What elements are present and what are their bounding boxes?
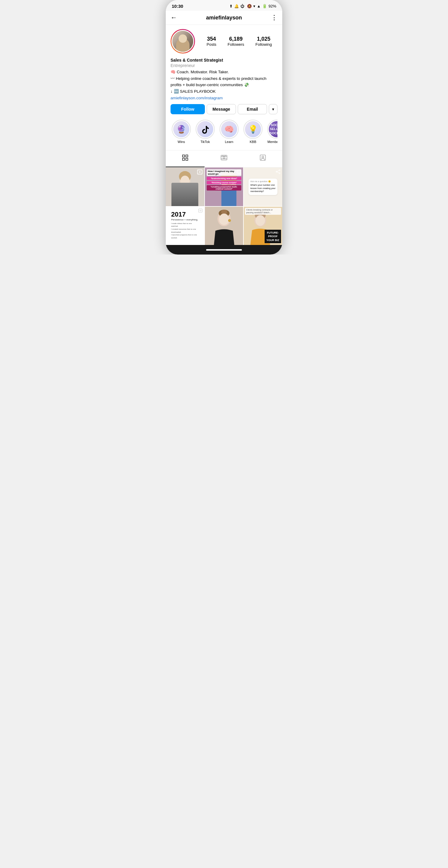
post4-content: 2017 Persistence = everything. I made vi… [168,209,202,243]
post-1[interactable] [166,167,204,206]
more-options-button[interactable]: ⋮ [271,14,277,22]
dropdown-button[interactable]: ▾ [269,104,277,114]
highlight-tiktok[interactable]: TikTok [196,120,215,144]
avatar [171,30,194,53]
bottom-bar [166,245,282,254]
tagged-icon [259,154,267,163]
tab-tagged[interactable] [243,150,282,167]
highlight-circle-membership: SOCIALSELLINGSOCIETY [267,120,277,139]
svg-rect-2 [182,158,184,160]
highlight-label-wins: Wins [178,140,185,144]
stat-followers[interactable]: 6,189 Followers [228,36,244,46]
avatar-image [172,31,193,52]
following-label: Following [255,42,272,46]
stat-following[interactable]: 1,025 Following [255,36,272,46]
bio-line2: 〰 Helping online coaches & experts to pr… [171,76,277,88]
svg-point-41 [219,214,229,225]
bio-link[interactable]: amiefinlayson.com/instagram [171,96,223,100]
post-3[interactable]: Ask me a question 😊 What's your number o… [244,167,282,206]
phone-frame: 10:30 ⬆ 🔔 ⏻ 🔕 ▾ ▲ 🔋 92% ← amiefinlayson … [166,0,282,254]
svg-rect-3 [186,158,188,160]
bio-category: Entrepreneur [171,63,277,68]
svg-point-18 [180,176,189,186]
highlight-wins[interactable]: 🔮 Wins [172,120,191,144]
action-buttons: Follow Message Email ▾ [171,104,277,114]
highlight-circle-kbb: 💡 [243,120,263,139]
stats-row: 354 Posts 6,189 Followers 1,025 Followin… [201,36,277,46]
highlight-label-learn: Learn [225,140,233,144]
svg-point-12 [262,156,264,158]
post2-tag1: *brainstorming new ideas* [207,177,242,180]
post-5[interactable] [205,207,243,245]
post3-bg: Ask me a question 😊 What's your number o… [246,170,280,204]
profile-username: amiefinlayson [206,14,242,21]
post4-lines: I made videos that no one watched. I cre… [171,222,199,240]
svg-rect-1 [186,155,188,157]
post4-subtitle: Persistence = everything. [171,218,199,221]
grid-icon [181,154,189,163]
highlight-icon-learn: 🧠 [221,121,237,137]
post3-share-icon [276,169,280,175]
highlight-icon-membership: SOCIALSELLINGSOCIETY [269,121,277,137]
post3-card: Ask me a question 😊 What's your number o… [248,179,277,195]
svg-rect-28 [237,170,241,174]
svg-rect-34 [199,209,202,212]
signal-icon: ▲ [257,4,261,8]
bio-line1: 🧠 Coach. Motivator. Risk Taker. [171,69,277,75]
highlight-circle-wins: 🔮 [172,120,191,139]
svg-rect-16 [177,186,193,206]
video-reel-icon [197,169,203,176]
status-time: 10:30 [172,4,183,9]
posts-count: 354 [207,36,216,42]
profile-section: 354 Posts 6,189 Followers 1,025 Followin… [166,25,282,150]
followers-count: 6,189 [229,36,243,42]
highlight-circle-tiktok [196,120,215,139]
follow-button[interactable]: Follow [171,104,205,114]
highlight-kbb[interactable]: 💡 KBB [243,120,263,144]
posts-label: Posts [207,42,216,46]
post6-content: Clients breaking contracts or pausing se… [244,207,282,245]
post-2[interactable]: How I imagined my day would go: *brainst… [205,167,243,206]
upload-icon: ⬆ [229,4,233,8]
svg-point-35 [200,210,201,211]
email-button[interactable]: Email [238,104,267,114]
svg-point-21 [199,172,200,173]
post4-reel-icon [198,209,203,214]
profile-top: 354 Posts 6,189 Followers 1,025 Followin… [171,29,277,54]
post6-caption: Clients breaking contracts or pausing se… [245,208,281,215]
post3-answer: What's your number one lesson from creat… [250,184,276,193]
message-button[interactable]: Message [207,104,236,114]
post-6[interactable]: Clients breaking contracts or pausing se… [244,207,282,245]
post2-tag2: *finishing course scripts* [207,181,242,184]
tab-grid[interactable] [166,150,205,167]
highlights-row: 🔮 Wins TikTok 🧠 Learn [171,117,277,147]
post-4[interactable]: 2017 Persistence = everything. I made vi… [166,207,204,245]
battery-percent: 92% [269,4,276,8]
back-button[interactable]: ← [171,14,177,22]
mute-icon: 🔕 [247,4,252,8]
svg-point-46 [256,215,265,226]
post4-year: 2017 [171,211,199,218]
svg-point-42 [228,219,231,222]
tab-bar [166,150,282,167]
highlight-label-membership: Membersh… [268,140,277,144]
post5-image [205,207,243,245]
wifi-icon: ▾ [253,4,255,8]
svg-point-5 [223,157,225,158]
avatar-ring [171,29,195,54]
highlight-membership[interactable]: SOCIALSELLINGSOCIETY Membersh… [267,120,277,144]
bio-line3: ↓ 🆓 SALES PLAYBOOK [171,89,277,95]
post2-tag3: *creating purposeful multi-channel conte… [207,185,242,190]
post3-question-label: Ask me a question 😊 [250,180,276,183]
post6-label: FUTURE-PROOFYOUR BIZ [265,230,281,244]
highlight-icon-wins: 🔮 [173,121,189,137]
status-bar: 10:30 ⬆ 🔔 ⏻ 🔕 ▾ ▲ 🔋 92% [166,0,282,11]
reels-icon [220,154,228,163]
svg-rect-0 [182,155,184,157]
highlight-learn[interactable]: 🧠 Learn [219,120,239,144]
svg-line-32 [277,170,280,172]
stat-posts[interactable]: 354 Posts [207,36,216,46]
tab-reels[interactable] [205,150,243,167]
notification-icon: 🔔 [234,4,239,8]
power-icon: ⏻ [240,4,244,8]
